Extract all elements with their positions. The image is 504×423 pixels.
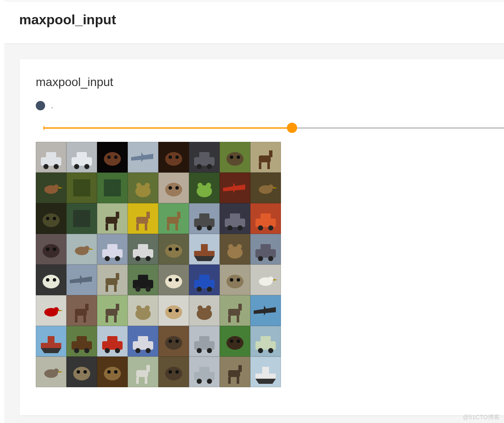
grid-thumb[interactable] (36, 142, 66, 173)
grid-thumb[interactable] (158, 142, 189, 173)
grid-thumb[interactable] (220, 265, 250, 295)
grid-thumb[interactable] (189, 265, 220, 295)
svg-point-148 (43, 244, 60, 258)
svg-point-275 (165, 305, 182, 319)
slider-tick (43, 126, 44, 130)
grid-thumb[interactable] (97, 265, 128, 295)
svg-rect-123 (175, 224, 178, 230)
grid-thumb[interactable] (220, 234, 250, 265)
grid-thumb[interactable] (66, 265, 97, 295)
grid-thumb[interactable] (97, 357, 128, 387)
svg-point-276 (169, 309, 172, 312)
grid-thumb[interactable] (220, 295, 250, 326)
grid-thumb[interactable] (36, 295, 66, 326)
grid-thumb[interactable] (97, 203, 128, 234)
grid-thumb[interactable] (250, 173, 281, 203)
slider-thumb[interactable] (287, 123, 297, 133)
grid-thumb[interactable] (128, 142, 158, 173)
svg-rect-391 (238, 365, 242, 372)
grid-thumb[interactable] (97, 326, 128, 357)
grid-thumb[interactable] (128, 326, 158, 357)
grid-thumb[interactable] (66, 142, 97, 173)
svg-rect-390 (228, 370, 240, 377)
svg-rect-34 (199, 152, 209, 159)
grid-thumb[interactable] (66, 295, 97, 326)
grid-thumb[interactable] (128, 357, 158, 387)
grid-thumb[interactable] (220, 326, 250, 357)
svg-rect-218 (138, 275, 148, 282)
grid-thumb[interactable] (66, 234, 97, 265)
svg-point-42 (237, 155, 240, 159)
grid-thumb[interactable] (128, 173, 158, 203)
svg-rect-122 (167, 224, 169, 230)
svg-point-271 (145, 305, 150, 311)
svg-point-386 (207, 379, 212, 384)
grid-thumb[interactable] (66, 203, 97, 234)
grid-thumb[interactable] (158, 295, 189, 326)
grid-thumb[interactable] (36, 203, 66, 234)
grid-thumb[interactable] (128, 265, 158, 295)
svg-point-176 (175, 247, 179, 251)
svg-point-233 (207, 287, 212, 292)
svg-rect-370 (136, 370, 148, 377)
grid-thumb[interactable] (250, 203, 281, 234)
grid-thumb[interactable] (128, 203, 158, 234)
grid-thumb[interactable] (189, 173, 220, 203)
grid-thumb[interactable] (66, 173, 97, 203)
grid-thumb[interactable] (97, 234, 128, 265)
grid-thumb[interactable] (36, 326, 66, 357)
step-slider[interactable] (43, 123, 504, 133)
grid-thumb[interactable] (158, 357, 189, 387)
svg-point-74 (169, 186, 172, 190)
svg-point-307 (74, 348, 79, 353)
svg-point-17 (107, 155, 111, 159)
svg-point-327 (169, 340, 172, 343)
svg-point-379 (175, 370, 179, 374)
grid-thumb[interactable] (158, 173, 189, 203)
grid-thumb[interactable] (158, 234, 189, 265)
grid-thumb[interactable] (128, 295, 158, 326)
grid-thumb[interactable] (189, 234, 220, 265)
grid-thumb[interactable] (250, 326, 281, 357)
svg-rect-113 (136, 217, 148, 224)
grid-thumb[interactable] (158, 326, 189, 357)
grid-thumb[interactable] (36, 234, 66, 265)
svg-point-144 (268, 225, 273, 230)
svg-point-170 (146, 256, 151, 261)
grid-thumb[interactable] (97, 173, 128, 203)
svg-point-200 (46, 278, 49, 282)
svg-rect-333 (199, 336, 209, 343)
grid-thumb[interactable] (189, 203, 220, 234)
svg-point-54 (54, 184, 59, 190)
grid-thumb[interactable] (97, 142, 128, 173)
grid-thumb[interactable] (220, 203, 250, 234)
grid-thumb[interactable] (250, 142, 281, 173)
svg-point-36 (207, 164, 212, 169)
grid-thumb[interactable] (220, 173, 250, 203)
grid-thumb[interactable] (250, 295, 281, 326)
grid-thumb[interactable] (36, 265, 66, 295)
grid-thumb[interactable] (158, 203, 189, 234)
grid-thumb[interactable] (128, 234, 158, 265)
grid-thumb[interactable] (158, 265, 189, 295)
svg-point-35 (197, 164, 202, 169)
svg-point-238 (230, 278, 233, 282)
grid-thumb[interactable] (220, 357, 250, 387)
grid-thumb[interactable] (250, 234, 281, 265)
grid-thumb[interactable] (189, 142, 220, 173)
grid-thumb[interactable] (36, 357, 66, 387)
grid-thumb[interactable] (220, 142, 250, 173)
grid-thumb[interactable] (189, 326, 220, 357)
grid-thumb[interactable] (66, 326, 97, 357)
watermark-text: @51CTO博客 (463, 414, 500, 421)
grid-thumb[interactable] (189, 295, 220, 326)
grid-thumb[interactable] (36, 173, 66, 203)
grid-thumb[interactable] (250, 357, 281, 387)
grid-thumb[interactable] (66, 357, 97, 387)
svg-point-250 (54, 307, 59, 312)
grid-thumb[interactable] (250, 265, 281, 295)
svg-rect-257 (75, 316, 77, 322)
grid-thumb[interactable] (97, 295, 128, 326)
grid-thumb[interactable] (189, 357, 220, 387)
svg-point-377 (165, 367, 182, 380)
